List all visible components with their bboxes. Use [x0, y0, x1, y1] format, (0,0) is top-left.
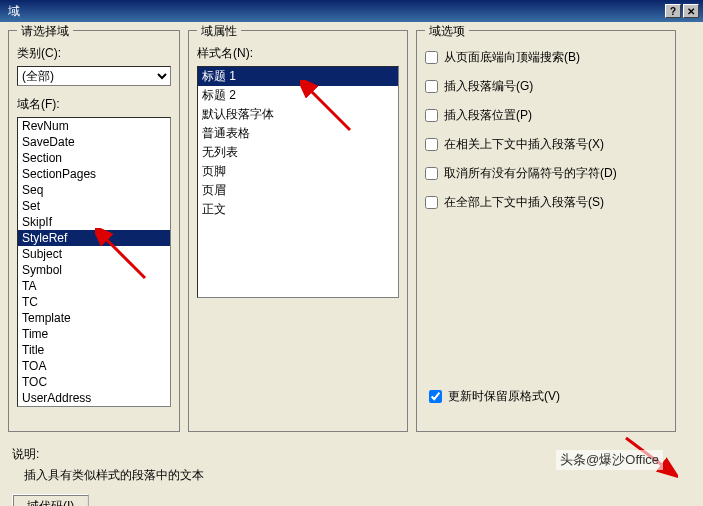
list-item[interactable]: TOC — [18, 374, 170, 390]
field-select-group: 请选择域 类别(C): (全部) 域名(F): RevNumSaveDateSe… — [8, 30, 180, 432]
category-label: 类别(C): — [17, 45, 171, 62]
list-item[interactable]: 无列表 — [198, 143, 398, 162]
group-title: 域属性 — [197, 23, 241, 40]
watermark: 头条@爆沙Office — [556, 450, 663, 470]
preserve-format-row: 更新时保留原格式(V) — [429, 388, 560, 405]
category-select[interactable]: (全部) — [17, 66, 171, 86]
option-label: 取消所有没有分隔符号的字符(D) — [444, 165, 617, 182]
close-button[interactable]: ✕ — [683, 4, 699, 18]
list-item[interactable]: Title — [18, 342, 170, 358]
list-item[interactable]: 页脚 — [198, 162, 398, 181]
option-checkbox[interactable] — [425, 138, 438, 151]
option-label: 在相关上下文中插入段落号(X) — [444, 136, 604, 153]
list-item[interactable]: Section — [18, 150, 170, 166]
fieldname-label: 域名(F): — [17, 96, 171, 113]
list-item[interactable]: TA — [18, 278, 170, 294]
help-button[interactable]: ? — [665, 4, 681, 18]
field-listbox[interactable]: RevNumSaveDateSectionSectionPagesSeqSetS… — [17, 117, 171, 407]
option-checkbox[interactable] — [425, 109, 438, 122]
window-title: 域 — [4, 3, 663, 20]
list-item[interactable]: Template — [18, 310, 170, 326]
list-item[interactable]: SectionPages — [18, 166, 170, 182]
option-label: 在全部上下文中插入段落号(S) — [444, 194, 604, 211]
list-item[interactable]: 普通表格 — [198, 124, 398, 143]
list-item[interactable]: RevNum — [18, 118, 170, 134]
preserve-format-label: 更新时保留原格式(V) — [448, 388, 560, 405]
list-item[interactable]: 标题 1 — [198, 67, 398, 86]
option-row: 插入段落位置(P) — [425, 107, 667, 124]
preserve-format-checkbox[interactable] — [429, 390, 442, 403]
list-item[interactable]: StyleRef — [18, 230, 170, 246]
field-code-button[interactable]: 域代码(I) — [12, 494, 89, 506]
group-title: 请选择域 — [17, 23, 73, 40]
option-label: 插入段落编号(G) — [444, 78, 533, 95]
list-item[interactable]: Time — [18, 326, 170, 342]
option-row: 取消所有没有分隔符号的字符(D) — [425, 165, 667, 182]
list-item[interactable]: UserAddress — [18, 390, 170, 406]
option-label: 插入段落位置(P) — [444, 107, 532, 124]
style-listbox[interactable]: 标题 1标题 2默认段落字体普通表格无列表页脚页眉正文 — [197, 66, 399, 298]
list-item[interactable]: TC — [18, 294, 170, 310]
list-item[interactable]: Seq — [18, 182, 170, 198]
list-item[interactable]: 页眉 — [198, 181, 398, 200]
list-item[interactable]: Symbol — [18, 262, 170, 278]
list-item[interactable]: 正文 — [198, 200, 398, 219]
option-checkbox[interactable] — [425, 80, 438, 93]
list-item[interactable]: Subject — [18, 246, 170, 262]
option-checkbox[interactable] — [425, 196, 438, 209]
option-row: 插入段落编号(G) — [425, 78, 667, 95]
list-item[interactable]: Set — [18, 198, 170, 214]
option-checkbox[interactable] — [425, 51, 438, 64]
stylename-label: 样式名(N): — [197, 45, 399, 62]
titlebar: 域 ? ✕ — [0, 0, 703, 22]
list-item[interactable]: SaveDate — [18, 134, 170, 150]
list-item[interactable]: 标题 2 — [198, 86, 398, 105]
field-options-group: 域选项 从页面底端向顶端搜索(B)插入段落编号(G)插入段落位置(P)在相关上下… — [416, 30, 676, 432]
option-row: 从页面底端向顶端搜索(B) — [425, 49, 667, 66]
option-row: 在相关上下文中插入段落号(X) — [425, 136, 667, 153]
group-title: 域选项 — [425, 23, 469, 40]
field-properties-group: 域属性 样式名(N): 标题 1标题 2默认段落字体普通表格无列表页脚页眉正文 — [188, 30, 408, 432]
list-item[interactable]: 默认段落字体 — [198, 105, 398, 124]
option-checkbox[interactable] — [425, 167, 438, 180]
option-row: 在全部上下文中插入段落号(S) — [425, 194, 667, 211]
option-label: 从页面底端向顶端搜索(B) — [444, 49, 580, 66]
list-item[interactable]: TOA — [18, 358, 170, 374]
list-item[interactable]: SkipIf — [18, 214, 170, 230]
